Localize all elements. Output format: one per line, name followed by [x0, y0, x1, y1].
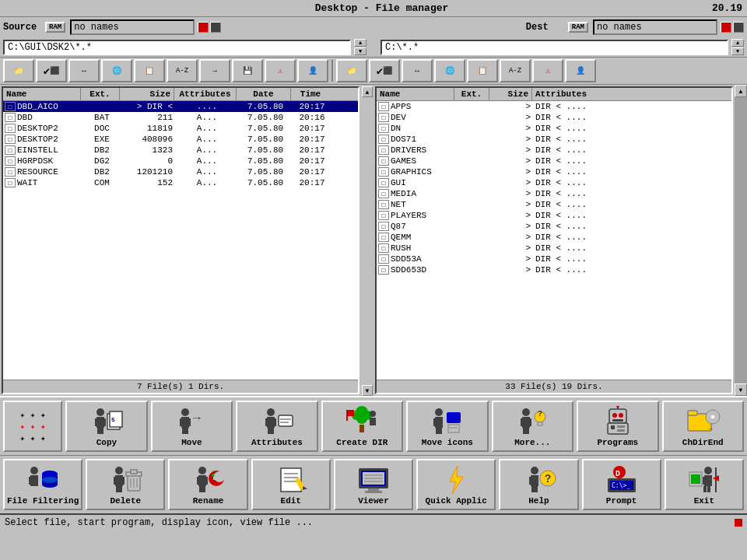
dest-file-row[interactable]: □ DN > DIR < .... [377, 123, 731, 134]
select-ops-btn[interactable]: ✦ ✦ ✦ ✦ ✦ ✦ ✦ ✦ ✦ [3, 401, 62, 452]
dest-file-row[interactable]: □ GRAPHICS > DIR < .... [377, 166, 731, 177]
mid-scroll-up[interactable]: ▲ [362, 86, 373, 97]
dest-file-row[interactable]: □ GUI > DIR < .... [377, 177, 731, 188]
prompt-btn[interactable]: D C:\>_ Prompt [582, 459, 661, 510]
tb-figure-src[interactable]: 👤 [297, 59, 328, 82]
tb-az-dst[interactable]: A-Z [500, 59, 531, 82]
more-btn[interactable]: ? More... [492, 401, 573, 452]
create-dir-label: Create DIR [336, 438, 388, 447]
dest-file-row[interactable]: □ GAMES > DIR < .... [377, 156, 731, 166]
right-scroll-track[interactable] [735, 97, 747, 383]
tb-check-src[interactable]: ✔⬛ [36, 59, 67, 82]
source-file-row[interactable]: □ DBD BAT 211 A... 7.05.80 20:16 [3, 112, 358, 123]
source-file-row[interactable]: □ DESKTOP2 DOC 11819 A... 7.05.80 20:17 [3, 123, 358, 134]
svg-rect-60 [617, 425, 625, 428]
file-attr: A... [176, 145, 238, 155]
create-dir-btn[interactable]: Create DIR [321, 401, 403, 452]
tb-arrows-dst[interactable]: ↔ [402, 59, 433, 82]
tb-arrow-src[interactable]: → [199, 59, 230, 82]
delete-btn[interactable]: Delete [86, 459, 165, 510]
source-red-btn[interactable] [198, 22, 209, 33]
move-icons-btn[interactable]: Move icons [406, 401, 488, 452]
svg-rect-19 [272, 418, 276, 426]
tb-warn-src[interactable]: ⚠ [265, 59, 296, 82]
source-drive-input[interactable] [70, 19, 195, 35]
chdir-end-btn[interactable]: → ChDirEnd [662, 401, 744, 452]
file-size: > [491, 200, 534, 209]
source-blk-btn[interactable] [210, 22, 221, 33]
file-size: > [491, 135, 534, 144]
tb-figure-dst[interactable]: 👤 [565, 59, 596, 82]
tb-az-src[interactable]: A-Z [167, 59, 198, 82]
tb-copy-src[interactable]: 📋 [134, 59, 165, 82]
file-name: EINSTELL [17, 145, 82, 155]
programs-btn[interactable]: Programs [577, 401, 658, 452]
source-file-row[interactable]: □ DESKTOP2 EXE 408096 A... 7.05.80 20:17 [3, 134, 358, 145]
rename-btn[interactable]: Rename [168, 459, 247, 510]
file-size: > [491, 156, 534, 166]
dest-file-row[interactable]: □ NET > DIR < .... [377, 199, 731, 210]
source-file-row[interactable]: □ WAIT COM 152 A... 7.05.80 20:17 [3, 177, 358, 188]
dest-path-up[interactable]: ▲ [731, 39, 744, 47]
file-icon: □ [378, 222, 389, 231]
dest-file-row[interactable]: □ MEDIA > DIR < .... [377, 188, 731, 199]
exit-btn[interactable]: Exit [665, 459, 744, 510]
dest-file-row[interactable]: □ SDD53A > DIR < .... [377, 254, 731, 264]
tb-folder-dst[interactable]: 📁 [336, 59, 367, 82]
tb-folder-src[interactable]: 📁 [3, 59, 34, 82]
help-btn[interactable]: ? Help [499, 459, 578, 510]
attributes-btn[interactable]: Attributes [236, 401, 317, 452]
source-file-row[interactable]: □ HGRPDSK DG2 0 A... 7.05.80 20:17 [3, 156, 358, 166]
svg-rect-129 [708, 477, 712, 485]
svg-rect-91 [199, 486, 202, 492]
svg-rect-2 [95, 418, 99, 426]
svg-text:→: → [708, 425, 713, 433]
right-scroll-down[interactable]: ▼ [735, 383, 747, 396]
tb-arrows-src[interactable]: ↔ [68, 59, 100, 82]
source-path-up[interactable]: ▲ [354, 39, 366, 47]
tb-warn-dst[interactable]: ⚠ [532, 59, 563, 82]
move-btn[interactable]: → Move [151, 401, 233, 452]
dest-file-row[interactable]: □ RUSH > DIR < .... [377, 243, 731, 254]
copy-btn[interactable]: 5 Copy [65, 401, 147, 452]
file-filtering-btn[interactable]: File Filtering [3, 459, 82, 510]
svg-point-43 [522, 408, 530, 416]
viewer-btn[interactable]: Viewer [334, 459, 413, 510]
source-path-down[interactable]: ▼ [354, 47, 366, 55]
dest-file-row[interactable]: □ SDD653D > DIR < .... [377, 264, 731, 275]
dest-file-row[interactable]: □ Q87 > DIR < .... [377, 221, 731, 232]
dest-file-row[interactable]: □ DRIVERS > DIR < .... [377, 145, 731, 156]
quick-applic-icon [437, 464, 475, 495]
tb-globe-dst[interactable]: 🌐 [434, 59, 465, 82]
dest-file-row[interactable]: □ APPS > DIR < .... [377, 101, 731, 112]
edit-btn[interactable]: Edit [251, 459, 331, 510]
file-icon: □ [378, 243, 389, 253]
tb-check-dst[interactable]: ✔⬛ [369, 59, 400, 82]
right-scroll-up[interactable]: ▲ [735, 85, 747, 97]
svg-rect-107 [365, 491, 382, 493]
dest-file-row[interactable]: □ QEMM > DIR < .... [377, 232, 731, 243]
svg-rect-131 [707, 486, 710, 492]
svg-rect-33 [346, 410, 348, 421]
tb-drive-src[interactable]: 💾 [232, 59, 263, 82]
source-path-arrows: ▲ ▼ [354, 39, 366, 55]
quick-applic-btn[interactable]: Quick Applic [416, 459, 496, 510]
dest-file-row[interactable]: □ PLAYERS > DIR < .... [377, 210, 731, 221]
source-file-row[interactable]: □ EINSTELL DB2 1323 A... 7.05.80 20:17 [3, 145, 358, 156]
source-file-row[interactable]: □ DBD_AICO > DIR < .... 7.05.80 20:17 [3, 101, 358, 112]
dest-drive-input[interactable] [593, 19, 717, 35]
mid-scroll-down[interactable]: ▼ [362, 385, 373, 396]
dest-file-row[interactable]: □ DOS71 > DIR < .... [377, 134, 731, 145]
dest-file-row[interactable]: □ DEV > DIR < .... [377, 112, 731, 123]
dest-path-down[interactable]: ▼ [731, 47, 744, 55]
tb-copy-dst[interactable]: 📋 [467, 59, 498, 82]
source-file-row[interactable]: □ RESOURCE DB2 1201210 A... 7.05.80 20:1… [3, 166, 358, 177]
svg-point-75 [115, 467, 123, 474]
source-path-field[interactable] [3, 40, 351, 55]
file-attr: A... [176, 156, 238, 166]
dest-red-btn[interactable] [721, 22, 731, 33]
dest-blk-btn[interactable] [733, 22, 744, 33]
dest-path-field[interactable] [381, 40, 728, 55]
file-date: 7.05.80 [238, 135, 293, 144]
tb-globe-src[interactable]: 🌐 [101, 59, 132, 82]
